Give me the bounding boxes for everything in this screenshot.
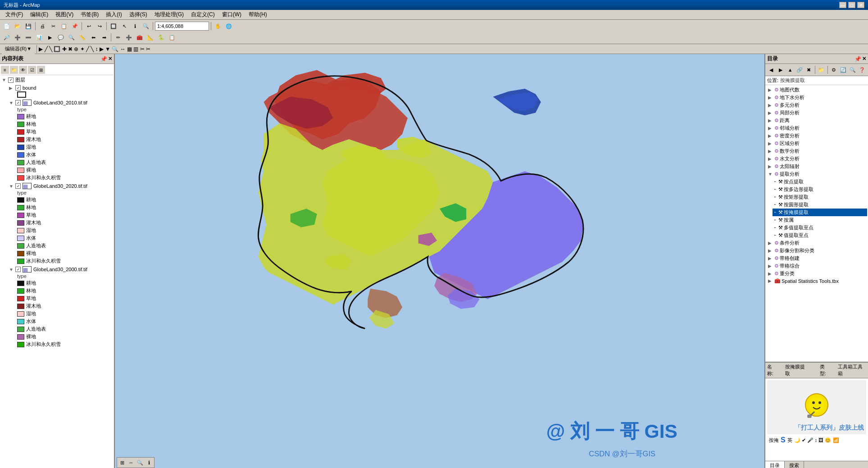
root-group-header[interactable]: ▼ ✓ 图层 <box>1 76 113 84</box>
cat-地图代数[interactable]: ▶ ⚙ 地图代数 <box>766 86 867 94</box>
cat-多值提取至点[interactable]: ╴ ⚒ 多值提取至点 <box>773 224 867 232</box>
cat-密度分析[interactable]: ▶ ⚙ 密度分析 <box>766 132 867 140</box>
open-button[interactable]: 📂 <box>13 21 23 31</box>
cat-refresh[interactable]: 🔄 <box>839 65 847 75</box>
cat-多元分析[interactable]: ▶ ⚙ 多元分析 <box>766 101 867 109</box>
cat-按掩膜提取[interactable]: ╴ ⚒ 按掩膜提取 <box>773 209 867 216</box>
cat-重分类[interactable]: ▶ ⚙ 重分类 <box>766 270 867 277</box>
pan-button[interactable]: ✋ <box>213 21 223 31</box>
cat-太阳辐射[interactable]: ▶ ⚙ 太阳辐射 <box>766 163 867 170</box>
gl2010-header[interactable]: ▼ ✓ ▦ GlobeLand30_2010.tif.tif <box>8 99 113 106</box>
cat-水文分析[interactable]: ▶ ⚙ 水文分析 <box>766 155 867 163</box>
layer-button[interactable]: 📊 <box>34 32 44 42</box>
cat-disconnect[interactable]: ✖ <box>804 65 813 75</box>
cat-带格综合[interactable]: ▶ ⚙ 带格综合 <box>766 262 867 270</box>
cat-按多边形提取[interactable]: ╴ ⚒ 按多边形提取 <box>773 186 867 193</box>
paste-button[interactable]: 📌 <box>70 21 80 31</box>
cat-提取分析[interactable]: ▼ ⚙ 提取分析 <box>766 170 867 178</box>
right-tab-search[interactable]: 搜索 <box>785 461 804 468</box>
cat-区域分析[interactable]: ▶ ⚙ 区域分析 <box>766 140 867 147</box>
minimize-button[interactable]: — <box>839 2 846 8</box>
cat-按矩形提取[interactable]: ╴ ⚒ 按矩形提取 <box>773 193 867 201</box>
gl2000-checkbox[interactable]: ✓ <box>15 267 21 272</box>
copy-button[interactable]: 📋 <box>59 21 69 31</box>
right-panel-pin-icon[interactable]: 📌 <box>854 56 861 62</box>
cat-值提取至点[interactable]: ╴ ⚒ 值提取至点 <box>773 232 867 239</box>
editor-button[interactable]: ✏ <box>113 32 123 42</box>
right-panel-close[interactable]: ✕ <box>862 56 866 62</box>
cat-connect[interactable]: 🔗 <box>795 65 804 75</box>
undo-button[interactable]: ↩ <box>84 21 94 31</box>
menu-window[interactable]: 窗口(W) <box>218 10 245 19</box>
cat-距离[interactable]: ▶ ⚙ 距离 <box>766 117 867 124</box>
identify-button[interactable]: 💬 <box>56 32 66 42</box>
cat-forward[interactable]: ▶ <box>777 65 785 75</box>
list-by-drawing-order[interactable]: ≡ <box>1 66 9 74</box>
maximize-button[interactable]: □ <box>848 2 855 8</box>
cat-spatial-statistics[interactable]: ▶ 🧰 Spatial Statistics Tools.tbx <box>766 277 867 284</box>
map-area[interactable]: @ 刘 一 哥 GIS CSDN @刘一哥GIS ⊞ ↔ 🔍 ℹ <box>115 54 764 468</box>
cut-button[interactable]: ✂ <box>48 21 58 31</box>
new-button[interactable]: 📄 <box>2 21 12 31</box>
map-nav-1[interactable]: ⊞ <box>118 459 126 467</box>
cat-按点提取[interactable]: ╴ ⚒ 按点提取 <box>773 178 867 186</box>
redo-button[interactable]: ↪ <box>95 21 105 31</box>
measure-button[interactable]: 📏 <box>77 32 87 42</box>
gl2000-header[interactable]: ▼ ✓ ▦ GlobeLand30_2000.tif.tif <box>8 266 113 273</box>
full-extent-button[interactable]: 🌐 <box>224 21 234 31</box>
cat-new-folder[interactable]: 📁 <box>817 65 826 75</box>
list-by-selection[interactable]: ☑ <box>28 66 36 74</box>
gl2020-header[interactable]: ▼ ✓ ▦ GlobeLand30_2020.tif.tif <box>8 182 113 190</box>
gl2010-checkbox[interactable]: ✓ <box>15 100 21 105</box>
cat-条件分析[interactable]: ▶ ⚙ 条件分析 <box>766 239 867 247</box>
editor-dropdown[interactable]: 编辑器(R)▼ <box>2 44 35 54</box>
select-button[interactable]: ▶ <box>45 32 55 42</box>
zoom-out-button[interactable]: 🔎 <box>2 32 12 42</box>
menu-customize[interactable]: 自定义(C) <box>187 10 218 19</box>
root-checkbox[interactable]: ✓ <box>8 77 14 83</box>
cat-局部分析[interactable]: ▶ ⚙ 局部分析 <box>766 109 867 117</box>
fixed-zoom-out-button[interactable]: ➖ <box>23 32 33 42</box>
cat-search[interactable]: 🔍 <box>848 65 857 75</box>
cat-邻域分析[interactable]: ▶ ⚙ 邻域分析 <box>766 124 867 132</box>
map-nav-2[interactable]: ↔ <box>127 459 135 467</box>
menu-edit[interactable]: 编辑(E) <box>27 10 52 19</box>
menu-view[interactable]: 视图(V) <box>52 10 77 19</box>
menu-geoprocess[interactable]: 地理处理(G) <box>151 10 187 19</box>
menu-bookmark[interactable]: 书签(B) <box>77 10 102 19</box>
bound-checkbox[interactable]: ✓ <box>15 85 21 91</box>
menu-insert[interactable]: 插入(I) <box>102 10 125 19</box>
right-tab-catalog[interactable]: 目录 <box>765 461 785 468</box>
cat-help[interactable]: ❓ <box>858 65 866 75</box>
list-by-visibility[interactable]: 👁 <box>19 66 27 74</box>
cursor-button[interactable]: 🔲 <box>109 21 118 31</box>
zoom-in-button[interactable]: 🔍 <box>141 21 151 31</box>
pointer-button[interactable]: ↖ <box>119 21 129 31</box>
cat-带格创建[interactable]: ▶ ⚙ 带格创建 <box>766 254 867 262</box>
menu-file[interactable]: 文件(F) <box>2 10 27 19</box>
cat-up[interactable]: ▲ <box>786 65 795 75</box>
menu-select[interactable]: 选择(S) <box>126 10 151 19</box>
save-button[interactable]: 💾 <box>23 21 33 31</box>
expand-all[interactable]: ⊞ <box>37 66 45 74</box>
panel-pin-icon[interactable]: 📌 <box>100 56 107 62</box>
cat-地下水分析[interactable]: ▶ ⚙ 地下水分析 <box>766 94 867 101</box>
menu-help[interactable]: 帮助(H) <box>245 10 271 19</box>
cat-按圆形提取[interactable]: ╴ ⚒ 按圆形提取 <box>773 201 867 209</box>
python-button[interactable]: 🐍 <box>156 32 166 42</box>
results-button[interactable]: 📋 <box>167 32 177 42</box>
go-back-button[interactable]: ⬅ <box>88 32 98 42</box>
add-data-button[interactable]: ➕ <box>124 32 134 42</box>
toolbox-button[interactable]: 🧰 <box>135 32 145 42</box>
cat-back[interactable]: ◀ <box>767 65 776 75</box>
fixed-zoom-in-button[interactable]: ➕ <box>13 32 23 42</box>
cat-数学分析[interactable]: ▶ ⚙ 数学分析 <box>766 147 867 155</box>
model-builder-button[interactable]: 📐 <box>145 32 155 42</box>
cat-按属[interactable]: ╴ ⚒ 按属 <box>773 216 867 224</box>
go-forward-button[interactable]: ➡ <box>99 32 109 42</box>
close-button[interactable]: ✕ <box>857 2 864 8</box>
left-panel-close[interactable]: ✕ <box>108 56 112 62</box>
bound-header[interactable]: ▶ ✓ bound <box>8 85 113 91</box>
scale-input[interactable] <box>155 22 209 31</box>
gl2020-checkbox[interactable]: ✓ <box>15 183 21 189</box>
